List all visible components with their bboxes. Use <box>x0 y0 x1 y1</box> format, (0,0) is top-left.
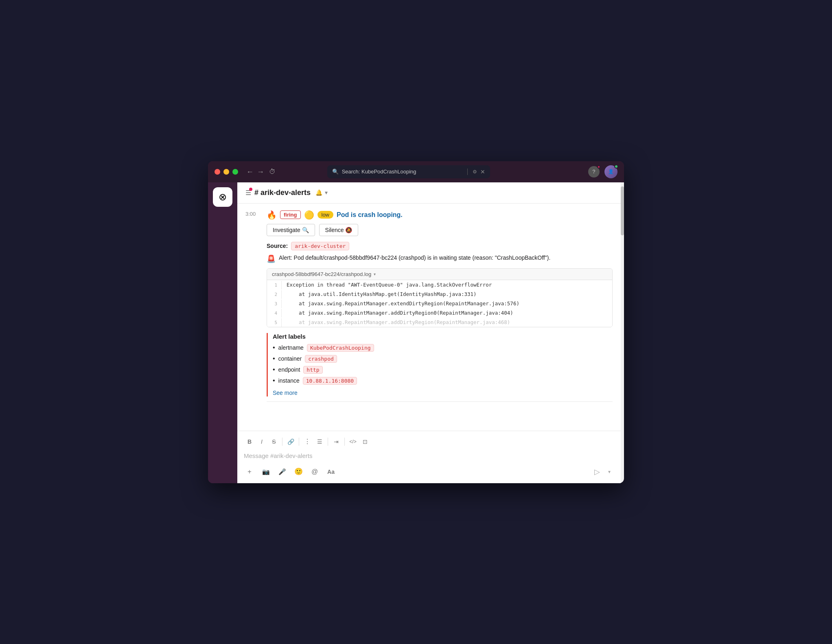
video-button[interactable]: 📷 <box>260 466 271 478</box>
toolbar-divider <box>282 438 282 446</box>
search-divider <box>467 169 468 175</box>
source-value: arik-dev-cluster <box>291 242 349 250</box>
alert-labels-title: Alert labels <box>273 333 613 340</box>
input-toolbar: B I S 🔗 ⋮ ☰ ⇥ </> ⊡ <box>244 436 614 447</box>
maximize-button[interactable] <box>232 169 238 175</box>
circle-emoji: 🟡 <box>304 210 314 220</box>
firing-badge: firing <box>280 210 301 219</box>
avatar[interactable]: 👤 <box>604 165 617 178</box>
investigate-button[interactable]: Investigate 🔍 <box>267 224 315 236</box>
see-more-link[interactable]: See more <box>273 390 298 396</box>
search-bar[interactable]: 🔍 Search: KubePodCrashLooping ⚙ ✕ <box>327 165 490 178</box>
message-timestamp: 3:00 <box>245 210 262 217</box>
main-layout: ⊗ ☰ # arik-dev-alerts 🔔 ▾ <box>208 182 624 483</box>
message-input-area: B I S 🔗 ⋮ ☰ ⇥ </> ⊡ Message #arik-dev <box>237 431 621 483</box>
block-button[interactable]: ⊡ <box>359 436 371 447</box>
link-button[interactable]: 🔗 <box>285 436 296 447</box>
source-row: Source: arik-dev-cluster <box>267 242 613 250</box>
log-header[interactable]: crashpod-58bbdf9647-bc224/crashpod.log ▾ <box>267 269 612 280</box>
log-container: crashpod-58bbdf9647-bc224/crashpod.log ▾… <box>267 268 613 327</box>
label-row-alertname: • alertname KubePodCrashLooping <box>273 344 613 352</box>
channel-name: # arik-dev-alerts <box>254 188 311 197</box>
notification-settings-button[interactable]: 🔔 <box>315 189 322 196</box>
alert-labels-section: Alert labels • alertname KubePodCrashLoo… <box>267 333 613 396</box>
sidebar: ⊗ <box>208 182 237 483</box>
search-text: Search: KubePodCrashLooping <box>342 169 462 175</box>
label-value-alertname: KubePodCrashLooping <box>307 344 374 352</box>
input-bottom-bar: + 📷 🎤 🙂 @ Aa ▷ ▾ <box>244 465 614 478</box>
log-filename: crashpod-58bbdf9647-bc224/crashpod.log <box>272 271 371 277</box>
indent-button[interactable]: ⇥ <box>331 436 342 447</box>
sidebar-toggle-button[interactable]: ☰ <box>245 189 251 197</box>
attach-button[interactable]: + <box>244 466 255 478</box>
fire-icon: 🔥 <box>267 210 277 220</box>
log-body: 1 Exception in thread "AWT-EventQueue-0"… <box>267 280 612 327</box>
source-label: Source: <box>267 243 288 249</box>
label-row-endpoint: • endpoint http <box>273 366 613 374</box>
send-button[interactable]: ▷ <box>591 465 604 478</box>
scrollbar-track[interactable] <box>621 182 624 483</box>
avatar-online-dot <box>614 164 618 169</box>
message-placeholder: Message #arik-dev-alerts <box>244 452 312 459</box>
label-value-endpoint: http <box>303 366 322 374</box>
send-dropdown-button[interactable]: ▾ <box>604 465 614 478</box>
ordered-list-button[interactable]: ⋮ <box>302 436 313 447</box>
app-window: ← → ⏱ 🔍 Search: KubePodCrashLooping ⚙ ✕ … <box>208 161 624 483</box>
log-line: 2 at java.util.IdentityHashMap.get(Ident… <box>267 289 612 299</box>
search-close-icon[interactable]: ✕ <box>480 169 485 175</box>
channel-dropdown-button[interactable]: ▾ <box>325 189 328 196</box>
alert-message-text: 🚨 Alert: Pod default/crashpod-58bbdf9647… <box>267 254 613 263</box>
message-input-field[interactable]: Message #arik-dev-alerts <box>244 451 614 462</box>
titlebar-right: ? 👤 <box>588 165 617 178</box>
toolbar-divider <box>328 438 328 446</box>
minimize-button[interactable] <box>223 169 229 175</box>
alert-icon: 🚨 <box>267 254 276 263</box>
help-notification-dot <box>597 165 600 169</box>
log-line: 1 Exception in thread "AWT-EventQueue-0"… <box>267 280 612 289</box>
filter-icon[interactable]: ⚙ <box>473 169 477 175</box>
channel-area: ☰ # arik-dev-alerts 🔔 ▾ 3:00 <box>237 182 621 483</box>
log-line: 5 at javax.swing.RepaintManager.addDirty… <box>267 318 612 327</box>
back-button[interactable]: ← <box>246 168 254 175</box>
low-badge: low <box>317 211 334 219</box>
action-buttons: Investigate 🔍 Silence 🔕 <box>267 224 613 236</box>
log-dropdown-arrow[interactable]: ▾ <box>374 272 376 276</box>
section-divider <box>267 401 613 402</box>
format-button[interactable]: Aa <box>325 466 337 478</box>
search-icon: 🔍 <box>332 169 339 175</box>
alert-message-body: Alert: Pod default/crashpod-58bbdf9647-b… <box>279 254 550 261</box>
silence-button[interactable]: Silence 🔕 <box>319 224 359 236</box>
nav-buttons: ← → <box>246 168 264 175</box>
help-button[interactable]: ? <box>588 166 600 177</box>
notification-badge <box>249 188 252 191</box>
channel-header: ☰ # arik-dev-alerts 🔔 ▾ <box>237 182 621 204</box>
audio-button[interactable]: 🎤 <box>276 466 288 478</box>
italic-button[interactable]: I <box>256 436 267 447</box>
label-value-instance: 10.88.1.16:8080 <box>303 377 357 385</box>
log-line: 3 at javax.swing.RepaintManager.extendDi… <box>267 299 612 308</box>
toolbar-divider <box>299 438 299 446</box>
message-content: 🔥 firing 🟡 low Pod is crash looping. Inv… <box>267 210 613 407</box>
unordered-list-button[interactable]: ☰ <box>314 436 325 447</box>
alert-message-row: 3:00 🔥 firing 🟡 low Pod is crash looping… <box>245 210 613 407</box>
bold-button[interactable]: B <box>244 436 255 447</box>
alert-header: 🔥 firing 🟡 low Pod is crash looping. <box>267 210 613 220</box>
emoji-button[interactable]: 🙂 <box>293 466 304 478</box>
strikethrough-button[interactable]: S <box>268 436 280 447</box>
send-group: ▷ ▾ <box>591 465 614 478</box>
toolbar-divider <box>344 438 345 446</box>
log-line: 4 at javax.swing.RepaintManager.addDirty… <box>267 308 612 318</box>
traffic-lights <box>215 169 238 175</box>
messages-area[interactable]: 3:00 🔥 firing 🟡 low Pod is crash looping… <box>237 204 621 431</box>
code-button[interactable]: </> <box>347 436 359 447</box>
label-row-instance: • instance 10.88.1.16:8080 <box>273 377 613 385</box>
history-button[interactable]: ⏱ <box>269 168 276 175</box>
scrollbar-thumb[interactable] <box>621 186 624 235</box>
close-button[interactable] <box>215 169 220 175</box>
workspace-icon[interactable]: ⊗ <box>213 187 232 207</box>
forward-button[interactable]: → <box>257 168 264 175</box>
label-value-container: crashpod <box>305 355 337 363</box>
label-row-container: • container crashpod <box>273 355 613 363</box>
titlebar: ← → ⏱ 🔍 Search: KubePodCrashLooping ⚙ ✕ … <box>208 161 624 182</box>
mention-button[interactable]: @ <box>309 466 320 478</box>
